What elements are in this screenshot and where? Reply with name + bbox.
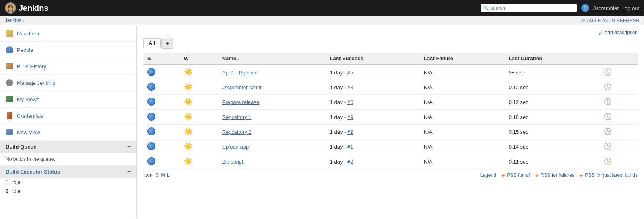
schedule-icon[interactable] <box>603 157 612 166</box>
schedule-icon[interactable] <box>603 82 612 91</box>
new-item-link[interactable]: New Item <box>17 31 39 37</box>
job-link[interactable]: Repository 1 <box>222 114 252 120</box>
new-item-icon <box>6 29 14 37</box>
schedule-icon[interactable] <box>603 68 612 76</box>
weather-icon: ☀️ <box>184 142 193 151</box>
breadcrumb-chevron: › <box>23 18 24 23</box>
build-queue-empty: No builds in the queue. <box>0 153 136 166</box>
job-link[interactable]: Upload app <box>222 144 249 150</box>
last-success-text: 1 day - <box>330 84 347 90</box>
last-failure-cell: N/A <box>420 139 505 154</box>
build-executor-minimize[interactable]: − <box>127 168 131 175</box>
last-success-cell: 1 day - #2 <box>326 154 420 169</box>
new-view-link[interactable]: New View <box>17 129 40 135</box>
executor-num-1: 1 <box>6 180 8 185</box>
last-success-link[interactable]: #3 <box>347 84 353 90</box>
col-weather: W <box>180 53 218 65</box>
add-description-icon: 🖊 <box>599 30 603 35</box>
schedule-icon[interactable] <box>603 112 612 121</box>
search-box[interactable]: 🔍 <box>481 4 577 12</box>
rss-all-link[interactable]: ◈ RSS for all <box>501 172 530 178</box>
auto-refresh-link[interactable]: ENABLE AUTO REFRESH <box>582 18 639 23</box>
last-success-link[interactable]: #2 <box>347 159 353 165</box>
rss-failures-link[interactable]: ◈ RSS for failures <box>535 172 574 178</box>
name-cell: Prepare release <box>218 95 326 110</box>
footer-row: Icon: S M L Legend ◈ RSS for all ◈ RSS f… <box>143 169 638 181</box>
col-last-duration: Last Duration <box>505 53 599 65</box>
icon-size-l[interactable]: L <box>167 172 170 178</box>
name-cell: Repository 2 <box>218 125 326 139</box>
table-row: ☀️ Zip script 1 day - #2 N/A 0.11 sec <box>143 154 638 169</box>
weather-cell: ☀️ <box>180 154 218 169</box>
help-button[interactable]: ? <box>581 4 589 12</box>
weather-cell: ☀️ <box>180 80 218 95</box>
last-success-link[interactable]: #1 <box>347 144 353 150</box>
breadcrumb-home[interactable]: Jenkins <box>5 18 21 23</box>
last-success-link[interactable]: #9 <box>347 114 353 120</box>
rss-latest-label: RSS for just latest builds <box>585 172 638 178</box>
status-ball <box>147 98 155 106</box>
manage-jenkins-icon <box>6 79 14 87</box>
search-icon: 🔍 <box>483 6 489 11</box>
sidebar-item-people[interactable]: People <box>0 42 136 58</box>
last-success-link[interactable]: #5 <box>347 70 353 76</box>
job-link[interactable]: App1 - Pipeline <box>222 70 258 76</box>
sidebar-item-my-views[interactable]: My Views <box>0 91 136 108</box>
credentials-icon <box>6 112 14 120</box>
search-input[interactable] <box>491 5 574 11</box>
schedule-cell <box>599 139 638 154</box>
breadcrumb-left: Jenkins › <box>5 18 24 23</box>
status-cell <box>143 65 180 80</box>
job-link[interactable]: Zip script <box>222 159 244 165</box>
build-queue-minimize[interactable]: − <box>127 143 131 150</box>
people-link[interactable]: People <box>17 47 33 53</box>
job-link[interactable]: Repository 2 <box>222 129 252 135</box>
sidebar-item-manage-jenkins[interactable]: Manage Jenkins <box>0 75 136 91</box>
breadcrumb: Jenkins › ENABLE AUTO REFRESH <box>0 16 644 25</box>
last-failure-text: N/A <box>424 144 433 150</box>
legend-link[interactable]: Legend <box>480 172 496 178</box>
icon-size-m[interactable]: M <box>161 172 165 178</box>
icon-label: Icon: <box>143 172 154 178</box>
add-description-link[interactable]: 🖊 add description <box>599 30 638 35</box>
credentials-link[interactable]: Credentials <box>17 113 43 119</box>
manage-jenkins-link[interactable]: Manage Jenkins <box>17 80 55 86</box>
schedule-cell <box>599 80 638 95</box>
sidebar-item-build-history[interactable]: Build History <box>0 58 136 75</box>
rss-latest-icon: ◈ <box>579 172 583 178</box>
schedule-icon[interactable] <box>603 97 612 106</box>
last-success-link[interactable]: #9 <box>347 129 353 135</box>
weather-cell: ☀️ <box>180 139 218 154</box>
my-views-link[interactable]: My Views <box>17 96 39 102</box>
sidebar-item-credentials[interactable]: Credentials <box>0 108 136 124</box>
job-link[interactable]: Jscrambler script <box>222 84 262 90</box>
logout-link[interactable]: log out <box>623 5 639 11</box>
icon-size-s[interactable]: S <box>155 172 159 178</box>
name-cell: App1 - Pipeline <box>218 65 326 80</box>
status-ball <box>147 127 155 135</box>
sidebar-item-new-view[interactable]: New View <box>0 124 136 141</box>
weather-icon: ☀️ <box>184 98 193 106</box>
table-row: ☀️ Jscrambler script 1 day - #3 N/A 0.12… <box>143 80 638 95</box>
executor-status-2: Idle <box>12 188 20 194</box>
tab-all[interactable]: All <box>143 38 161 48</box>
last-success-link[interactable]: #6 <box>347 99 353 105</box>
schedule-icon[interactable] <box>603 127 612 136</box>
last-success-cell: 1 day - #3 <box>326 80 420 95</box>
job-link[interactable]: Prepare release <box>222 99 260 105</box>
rss-latest-link[interactable]: ◈ RSS for just latest builds <box>579 172 638 178</box>
schedule-icon[interactable] <box>603 142 612 151</box>
build-executor-link[interactable]: Build Executor Status <box>6 169 60 175</box>
tabs-bar: All + <box>143 38 638 49</box>
main-layout: New Item People Build History Manage Jen… <box>0 25 644 218</box>
footer-right: Legend ◈ RSS for all ◈ RSS for failures … <box>480 172 638 178</box>
last-duration-cell: 0.18 sec <box>505 110 599 125</box>
col-name[interactable]: Name <box>218 53 326 65</box>
add-description-row: 🖊 add description <box>143 29 638 35</box>
build-history-link[interactable]: Build History <box>17 63 46 70</box>
rss-all-label: RSS for all <box>507 172 530 178</box>
last-duration-cell: 0.12 sec <box>505 95 599 110</box>
tab-add-button[interactable]: + <box>161 38 174 49</box>
sidebar-item-new-item[interactable]: New Item <box>0 25 136 42</box>
status-cell <box>143 110 180 125</box>
